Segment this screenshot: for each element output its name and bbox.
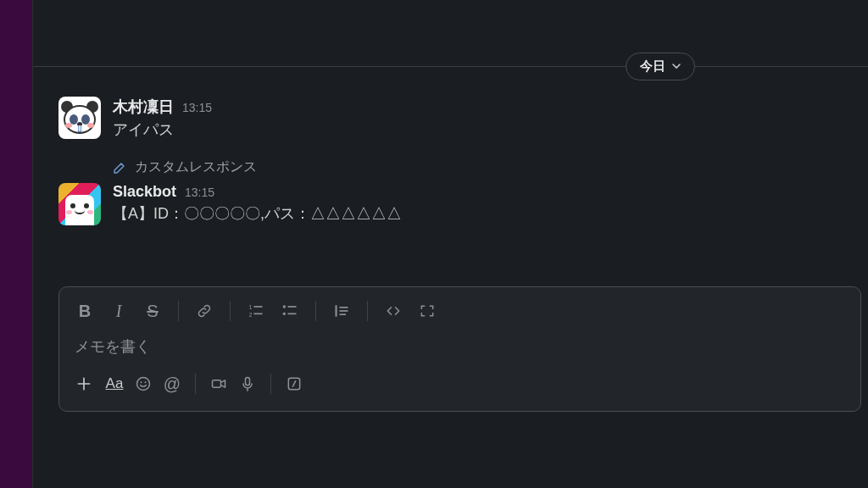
ordered-list-button[interactable]: 12	[241, 296, 271, 326]
action-toolbar: Aa @	[59, 365, 860, 411]
toolbar-separator	[270, 374, 271, 394]
toolbar-separator	[195, 374, 196, 394]
svg-rect-16	[246, 378, 250, 385]
format-toolbar: B I S 12	[59, 287, 860, 335]
message-text: 【A】ID：〇〇〇〇〇,パス：△△△△△△	[113, 202, 843, 225]
blockquote-button[interactable]	[326, 296, 357, 326]
message-text: アイパス	[113, 119, 843, 141]
formatting-toggle-button[interactable]: Aa	[102, 369, 127, 399]
svg-text:1: 1	[249, 304, 253, 310]
slackbot-icon	[65, 195, 94, 225]
message: Slackbot 13:15 【A】ID：〇〇〇〇〇,パス：△△△△△△	[33, 181, 868, 232]
svg-text:2: 2	[249, 312, 253, 318]
svg-point-12	[137, 378, 150, 391]
composer-placeholder: メモを書く	[75, 338, 151, 355]
message-author[interactable]: Slackbot	[113, 183, 176, 201]
svg-rect-6	[288, 306, 297, 308]
shortcuts-button[interactable]	[281, 369, 307, 399]
svg-rect-3	[254, 313, 263, 315]
svg-rect-8	[336, 305, 337, 316]
svg-rect-7	[288, 313, 297, 315]
pencil-icon	[113, 161, 126, 175]
video-button[interactable]	[206, 369, 231, 399]
svg-rect-10	[340, 310, 348, 312]
custom-response-row[interactable]: カスタムレスポンス	[33, 153, 868, 181]
svg-point-4	[283, 305, 286, 308]
custom-response-label: カスタムレスポンス	[135, 158, 257, 176]
strikethrough-button[interactable]: S	[137, 296, 168, 326]
code-button[interactable]	[378, 296, 409, 326]
composer-input[interactable]: メモを書く	[59, 335, 860, 365]
svg-point-13	[141, 381, 142, 383]
audio-button[interactable]	[235, 369, 260, 399]
italic-button[interactable]: I	[103, 296, 134, 326]
attach-button[interactable]	[70, 369, 98, 398]
date-label: 今日	[640, 58, 665, 75]
svg-rect-11	[340, 313, 347, 315]
message-composer: B I S 12	[58, 286, 861, 412]
svg-point-14	[145, 381, 147, 383]
message-time: 13:15	[185, 186, 214, 199]
bold-button[interactable]: B	[70, 296, 100, 326]
svg-rect-9	[340, 307, 348, 308]
emoji-button[interactable]	[131, 369, 156, 399]
svg-rect-15	[213, 380, 221, 387]
toolbar-separator	[178, 301, 179, 321]
link-button[interactable]	[189, 296, 220, 326]
svg-rect-2	[254, 306, 263, 308]
message: 木村凜日 13:15 アイパス	[33, 90, 868, 148]
message-author[interactable]: 木村凜日	[113, 97, 174, 117]
date-jump-button[interactable]: 今日	[626, 53, 695, 80]
svg-point-5	[283, 313, 286, 315]
toolbar-separator	[230, 301, 231, 321]
code-block-button[interactable]	[412, 296, 442, 326]
toolbar-separator	[315, 301, 316, 321]
divider-line	[33, 66, 868, 67]
message-time: 13:15	[182, 101, 212, 114]
panda-icon	[62, 100, 97, 136]
toolbar-separator	[367, 301, 368, 321]
bullet-list-button[interactable]	[275, 296, 305, 326]
avatar[interactable]	[58, 97, 101, 139]
app-frame: 今日 木村凜日 13:15 アイパス	[32, 0, 868, 488]
avatar[interactable]	[58, 183, 101, 225]
mention-button[interactable]: @	[159, 369, 185, 399]
chevron-down-icon	[672, 62, 681, 70]
date-divider: 今日	[33, 49, 868, 83]
